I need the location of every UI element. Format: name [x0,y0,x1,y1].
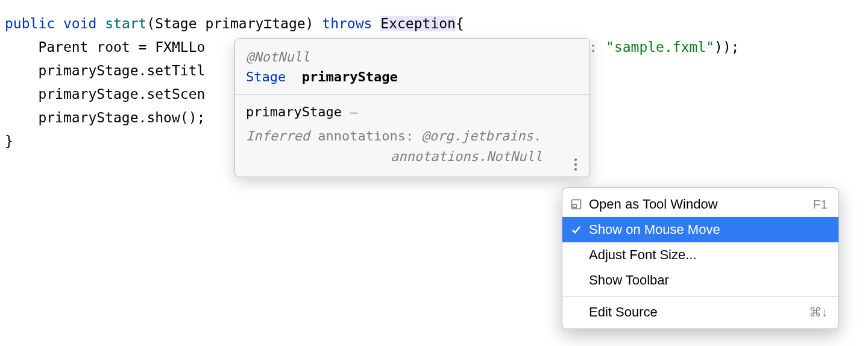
menu-label: Edit Source [589,304,803,320]
highlighted-exception: Exception [380,16,456,31]
code-line-2-end: )); [714,39,740,55]
menu-shortcut: ⌘↓ [809,305,828,319]
doc-dash: – [342,104,358,119]
empty-icon [570,248,583,262]
menu-label: Show on Mouse Move [589,222,828,237]
code-line-2-pre: Parent root = FXMLLo [5,39,205,55]
doc-full-annotation-2: annotations.NotNull [391,149,542,164]
type-stage: Stage [155,16,197,31]
empty-icon [570,274,583,287]
param-label: : [589,39,606,55]
keyword-throws: throws [322,16,372,31]
menu-item-edit-source[interactable]: Edit Source ⌘↓ [562,300,838,325]
paren-close: ) [306,16,314,31]
doc-inferred-label: Inferred [246,128,310,143]
doc-header: @NotNull Stage primaryStage [235,39,590,95]
code-line-4: primaryStage.setScen [5,86,205,102]
menu-item-show-on-mouse-move[interactable]: Show on Mouse Move [562,217,838,242]
doc-body: primaryStage – Inferred annotations: @or… [235,95,590,177]
method-name: start [105,16,146,31]
menu-item-adjust-font-size[interactable]: Adjust Font Size... [562,242,838,268]
check-icon [570,223,583,236]
string-literal: "sample.fxml" [606,39,714,55]
menu-item-open-tool-window[interactable]: Open as Tool Window F1 [562,192,838,217]
menu-item-show-toolbar[interactable]: Show Toolbar [562,268,838,293]
text-cursor-icon: ⌶ [263,16,272,31]
code-line-5: primaryStage.show(); [5,110,205,125]
space [197,16,206,31]
empty-icon [570,306,583,319]
param-primary: primary [205,16,263,31]
doc-param-name: primaryStage [302,69,398,84]
menu-label: Adjust Font Size... [589,247,828,263]
doc-name: primaryStage [246,104,342,119]
paren-open: ( [146,16,155,31]
brace-open: { [456,16,464,31]
keyword-public: public [5,16,55,31]
menu-label: Show Toolbar [589,272,828,288]
kebab-menu-icon[interactable] [570,159,581,171]
doc-annotation: @NotNull [246,49,310,64]
documentation-popup: @NotNull Stage primaryStage primaryStage… [234,38,590,177]
doc-annotations-label: annotations: [310,128,421,143]
code-line-6: } [5,133,13,149]
svg-rect-1 [573,204,577,208]
param-tage: tage [272,16,305,31]
keyword-void: void [63,16,96,31]
tool-window-icon [570,198,583,211]
code-line-3: primaryStage.setTitl [5,63,205,78]
menu-separator [562,296,838,297]
context-menu: Open as Tool Window F1 Show on Mouse Mov… [562,187,839,329]
menu-label: Open as Tool Window [589,197,807,212]
doc-full-annotation-1: @org.jetbrains. [421,128,541,143]
menu-shortcut: F1 [813,197,828,212]
doc-type: Stage [246,69,286,84]
